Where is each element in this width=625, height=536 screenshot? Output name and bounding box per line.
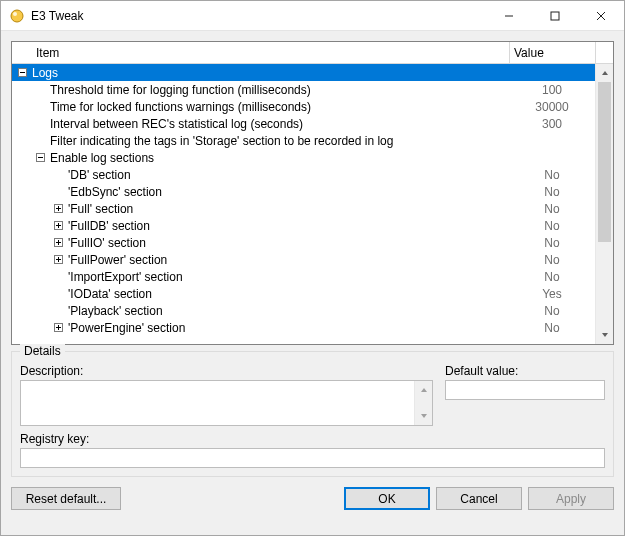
window-title: E3 Tweak xyxy=(31,9,83,23)
row-label: Interval between REC's statistical log (… xyxy=(50,117,509,131)
row-value[interactable]: 30000 xyxy=(509,100,595,114)
title-bar: E3 Tweak xyxy=(1,1,624,31)
tree-row[interactable]: 'PowerEngine' sectionNo xyxy=(12,319,595,336)
tree-rows[interactable]: LogsThreshold time for logging function … xyxy=(12,64,595,344)
reset-default-button[interactable]: Reset default... xyxy=(11,487,121,510)
expand-toggle-icon[interactable] xyxy=(54,204,63,213)
default-value-label: Default value: xyxy=(445,364,605,378)
tree-row[interactable]: 'ImportExport' sectionNo xyxy=(12,268,595,285)
scroll-down-arrow-icon[interactable] xyxy=(596,326,613,344)
svg-point-1 xyxy=(13,12,17,16)
svg-point-0 xyxy=(11,10,23,22)
tree-row[interactable]: 'FullIO' sectionNo xyxy=(12,234,595,251)
collapse-toggle-icon[interactable] xyxy=(18,68,27,77)
app-window: E3 Tweak Item Value LogsThreshold time f… xyxy=(0,0,625,536)
row-label: Logs xyxy=(32,66,509,80)
row-value[interactable]: No xyxy=(509,185,595,199)
svg-marker-6 xyxy=(602,71,608,75)
row-label: 'FullIO' section xyxy=(68,236,509,250)
row-label: 'DB' section xyxy=(68,168,509,182)
collapse-toggle-icon[interactable] xyxy=(36,153,45,162)
registry-key-input[interactable] xyxy=(20,448,605,468)
ok-button[interactable]: OK xyxy=(344,487,430,510)
scroll-up-arrow-icon[interactable] xyxy=(596,64,613,82)
details-legend: Details xyxy=(20,344,65,358)
minimize-button[interactable] xyxy=(486,1,532,31)
scroll-track[interactable] xyxy=(596,82,613,326)
tree-header: Item Value xyxy=(12,42,613,64)
description-scrollbar[interactable] xyxy=(414,381,432,425)
dialog-button-row: Reset default... OK Cancel Apply xyxy=(11,483,614,510)
default-value-input[interactable] xyxy=(445,380,605,400)
svg-marker-7 xyxy=(602,333,608,337)
row-value[interactable]: No xyxy=(509,270,595,284)
row-value[interactable]: No xyxy=(509,321,595,335)
row-label: 'ImportExport' section xyxy=(68,270,509,284)
row-label: 'Full' section xyxy=(68,202,509,216)
column-header-value[interactable]: Value xyxy=(509,42,595,63)
row-value[interactable]: 300 xyxy=(509,117,595,131)
row-label: Enable log sections xyxy=(50,151,509,165)
description-textarea[interactable] xyxy=(20,380,433,426)
tree-row[interactable]: 'Playback' sectionNo xyxy=(12,302,595,319)
tree-row[interactable]: Enable log sections xyxy=(12,149,595,166)
expand-toggle-icon[interactable] xyxy=(54,323,63,332)
row-value[interactable]: No xyxy=(509,168,595,182)
expand-toggle-icon[interactable] xyxy=(54,221,63,230)
vertical-scrollbar[interactable] xyxy=(595,64,613,344)
row-label: Threshold time for logging function (mil… xyxy=(50,83,509,97)
desc-scroll-down-icon[interactable] xyxy=(415,407,432,425)
app-icon xyxy=(9,8,25,24)
tree-row[interactable]: 'IOData' sectionYes xyxy=(12,285,595,302)
close-button[interactable] xyxy=(578,1,624,31)
row-value[interactable]: 100 xyxy=(509,83,595,97)
tree-row[interactable]: Threshold time for logging function (mil… xyxy=(12,81,595,98)
row-value[interactable]: No xyxy=(509,253,595,267)
column-header-scroll-gap xyxy=(595,42,613,63)
row-value[interactable]: No xyxy=(509,304,595,318)
row-value[interactable]: No xyxy=(509,236,595,250)
apply-button[interactable]: Apply xyxy=(528,487,614,510)
cancel-button[interactable]: Cancel xyxy=(436,487,522,510)
expand-toggle-icon[interactable] xyxy=(54,255,63,264)
registry-key-label: Registry key: xyxy=(20,432,605,446)
client-area: Item Value LogsThreshold time for loggin… xyxy=(1,31,624,535)
settings-tree: Item Value LogsThreshold time for loggin… xyxy=(11,41,614,345)
tree-row[interactable]: Interval between REC's statistical log (… xyxy=(12,115,595,132)
tree-row[interactable]: Logs xyxy=(12,64,595,81)
description-text xyxy=(21,381,414,425)
row-label: 'EdbSync' section xyxy=(68,185,509,199)
tree-row[interactable]: Filter indicating the tags in 'Storage' … xyxy=(12,132,595,149)
row-label: 'Playback' section xyxy=(68,304,509,318)
row-value[interactable]: Yes xyxy=(509,287,595,301)
column-header-item[interactable]: Item xyxy=(12,46,509,60)
tree-row[interactable]: 'EdbSync' sectionNo xyxy=(12,183,595,200)
row-value[interactable]: No xyxy=(509,219,595,233)
row-label: 'FullDB' section xyxy=(68,219,509,233)
desc-scroll-up-icon[interactable] xyxy=(415,381,432,399)
expand-toggle-icon[interactable] xyxy=(54,238,63,247)
svg-marker-9 xyxy=(421,414,427,418)
maximize-button[interactable] xyxy=(532,1,578,31)
row-label: 'FullPower' section xyxy=(68,253,509,267)
row-label: Filter indicating the tags in 'Storage' … xyxy=(50,134,509,148)
tree-row[interactable]: Time for locked functions warnings (mill… xyxy=(12,98,595,115)
tree-row[interactable]: 'FullPower' sectionNo xyxy=(12,251,595,268)
tree-row[interactable]: 'FullDB' sectionNo xyxy=(12,217,595,234)
tree-row[interactable]: 'DB' sectionNo xyxy=(12,166,595,183)
tree-row[interactable]: 'Full' sectionNo xyxy=(12,200,595,217)
scroll-thumb[interactable] xyxy=(598,82,611,242)
details-group: Details Description: Default value: xyxy=(11,351,614,477)
description-label: Description: xyxy=(20,364,433,378)
svg-rect-3 xyxy=(551,12,559,20)
row-label: 'IOData' section xyxy=(68,287,509,301)
svg-marker-8 xyxy=(421,388,427,392)
row-label: Time for locked functions warnings (mill… xyxy=(50,100,509,114)
row-label: 'PowerEngine' section xyxy=(68,321,509,335)
row-value[interactable]: No xyxy=(509,202,595,216)
